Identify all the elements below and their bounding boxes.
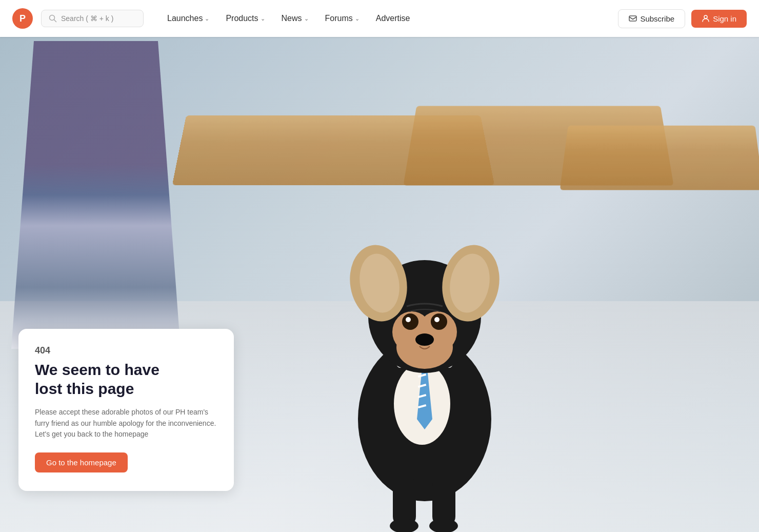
background-table-3 (560, 126, 759, 190)
svg-point-28 (704, 15, 707, 18)
nav-item-launches[interactable]: Launches ⌄ (160, 10, 216, 27)
search-box[interactable]: Search ( ⌘ + k ) (41, 10, 144, 27)
chevron-down-icon: ⌄ (355, 15, 359, 22)
homepage-button[interactable]: Go to the homepage (35, 452, 128, 472)
nav-item-news[interactable]: News ⌄ (274, 10, 316, 27)
email-icon (629, 14, 637, 23)
svg-point-13 (431, 313, 447, 330)
search-placeholder: Search ( ⌘ + k ) (61, 14, 113, 23)
svg-point-11 (396, 326, 453, 369)
svg-point-12 (402, 313, 418, 330)
signin-button[interactable]: Sign in (691, 10, 747, 28)
nav-item-products[interactable]: Products ⌄ (218, 10, 272, 27)
chevron-down-icon: ⌄ (205, 15, 209, 22)
chevron-down-icon: ⌄ (304, 15, 309, 22)
navbar: P Search ( ⌘ + k ) Launches ⌄ Products ⌄… (0, 0, 759, 37)
subscribe-label: Subscribe (640, 14, 674, 23)
nav-label-forums: Forums (325, 14, 353, 23)
nav-label-news: News (282, 14, 302, 23)
nav-label-advertise: Advertise (376, 14, 410, 23)
dog-illustration (312, 132, 537, 532)
error-card: 404 We seem to have lost this page Pleas… (18, 329, 234, 491)
search-icon (49, 14, 57, 23)
nav-label-launches: Launches (167, 14, 203, 23)
error-title: We seem to have lost this page (35, 360, 217, 399)
signin-label: Sign in (713, 14, 736, 23)
nav-item-advertise[interactable]: Advertise (369, 10, 417, 27)
chevron-down-icon: ⌄ (261, 15, 265, 22)
nav-right: Subscribe Sign in (618, 9, 747, 28)
error-title-line2: lost this page (35, 380, 134, 397)
nav-item-forums[interactable]: Forums ⌄ (318, 10, 367, 27)
nav-label-products: Products (226, 14, 258, 23)
svg-point-16 (415, 333, 434, 346)
svg-line-26 (54, 20, 56, 22)
error-code: 404 (35, 345, 217, 356)
svg-point-14 (406, 317, 411, 322)
nav-links: Launches ⌄ Products ⌄ News ⌄ Forums ⌄ Ad… (160, 10, 614, 27)
error-title-line1: We seem to have (35, 361, 159, 378)
svg-rect-27 (629, 16, 636, 21)
user-icon (702, 14, 710, 23)
logo[interactable]: P (12, 8, 33, 29)
svg-point-15 (434, 317, 440, 322)
subscribe-button[interactable]: Subscribe (618, 9, 685, 28)
error-description: Please accept these adorable photos of o… (35, 407, 217, 440)
